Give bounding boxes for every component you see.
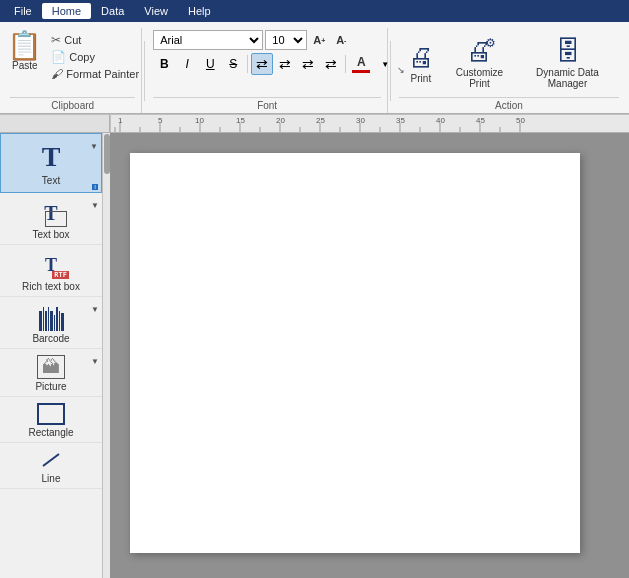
font-grow-button[interactable]: A+ <box>309 30 329 50</box>
textbox-label: Text box <box>32 229 69 240</box>
svg-text:40: 40 <box>436 116 445 125</box>
menu-file[interactable]: File <box>4 3 42 19</box>
font-color-button[interactable]: A <box>349 53 373 75</box>
clipboard-small-buttons: ✂ Cut 📄 Copy 🖌 Format Painter <box>48 30 142 82</box>
page <box>130 153 580 553</box>
font-label: Font <box>153 97 381 113</box>
dynamic-data-button[interactable]: 🗄 Dynamic Data Manager <box>518 34 617 91</box>
ruler-container: 1 5 10 15 20 25 30 <box>0 115 629 133</box>
menu-help[interactable]: Help <box>178 3 221 19</box>
menu-bar: File Home Data View Help <box>0 0 629 22</box>
fmt-divider2 <box>345 55 346 73</box>
picture-arrow: ▼ <box>91 357 99 366</box>
cut-button[interactable]: ✂ Cut <box>48 32 142 48</box>
cut-label: Cut <box>64 34 81 46</box>
bold-button[interactable]: B <box>153 53 175 75</box>
svg-text:35: 35 <box>396 116 405 125</box>
font-color-indicator <box>352 70 370 73</box>
sidebar-item-line[interactable]: Line <box>0 443 102 489</box>
rectangle-icon <box>37 403 65 425</box>
barcode-icon <box>39 303 64 331</box>
customize-print-button[interactable]: 🖨⚙ Customize Print <box>445 34 514 91</box>
text-icon: T <box>42 142 61 173</box>
svg-text:30: 30 <box>356 116 365 125</box>
customize-print-label: Customize Print <box>449 67 510 89</box>
text-arrow: ▼ <box>90 142 98 151</box>
svg-text:20: 20 <box>276 116 285 125</box>
align-center-button[interactable]: ⇄ <box>274 53 296 75</box>
action-label: Action <box>399 97 619 113</box>
svg-text:1: 1 <box>118 116 123 125</box>
horizontal-ruler: 1 5 10 15 20 25 30 <box>110 115 629 132</box>
textbox-arrow: ▼ <box>91 201 99 210</box>
sidebar-item-barcode[interactable]: ▼ Barcode <box>0 297 102 349</box>
richtextbox-label: Rich text box <box>22 281 80 292</box>
line-icon <box>37 449 65 471</box>
justify-button[interactable]: ⇄ <box>320 53 342 75</box>
fmt-divider <box>247 55 248 73</box>
dynamic-data-label: Dynamic Data Manager <box>522 67 613 89</box>
align-right-button[interactable]: ⇄ <box>297 53 319 75</box>
format-painter-icon: 🖌 <box>51 67 63 81</box>
sidebar: T ▼ Text I T ▼ Text box T RT <box>0 133 102 578</box>
paste-label: Paste <box>12 60 38 71</box>
text-cursor-indicator: I <box>92 184 98 190</box>
sidebar-item-richtextbox[interactable]: T RTF Rich text box <box>0 245 102 297</box>
font-color-icon: A <box>357 55 366 69</box>
dynamic-data-icon: 🗄 <box>555 36 581 67</box>
menu-view[interactable]: View <box>134 3 178 19</box>
format-painter-label: Format Painter <box>66 68 139 80</box>
ribbon: 📋 Paste ✂ Cut 📄 Copy 🖌 Format Painter <box>0 22 629 115</box>
canvas-area[interactable] <box>110 133 629 578</box>
picture-label: Picture <box>35 381 66 392</box>
textbox-icon: T <box>35 199 67 227</box>
divider-2 <box>390 41 391 101</box>
sidebar-item-rectangle[interactable]: Rectangle <box>0 397 102 443</box>
customize-print-icon: 🖨⚙ <box>466 36 492 67</box>
sidebar-scrollbar[interactable] <box>102 133 110 578</box>
sidebar-item-picture[interactable]: 🏔 ▼ Picture <box>0 349 102 397</box>
format-painter-button[interactable]: 🖌 Format Painter <box>48 66 142 82</box>
menu-home[interactable]: Home <box>42 3 91 19</box>
clipboard-group: 📋 Paste ✂ Cut 📄 Copy 🖌 Format Painter <box>4 28 142 113</box>
copy-button[interactable]: 📄 Copy <box>48 49 142 65</box>
picture-icon: 🏔 <box>37 355 65 379</box>
svg-text:25: 25 <box>316 116 325 125</box>
divider-1 <box>144 41 145 101</box>
svg-line-35 <box>43 454 59 466</box>
clipboard-label: Clipboard <box>10 97 135 113</box>
font-size-select[interactable]: 8 9 10 11 12 14 <box>265 30 307 50</box>
sidebar-item-text[interactable]: T ▼ Text I <box>0 133 102 193</box>
richtextbox-icon: T RTF <box>33 251 69 279</box>
paste-button[interactable]: 📋 Paste <box>3 30 46 73</box>
align-left-button[interactable]: ⇄ <box>251 53 273 75</box>
print-button[interactable]: 🖨 Print <box>401 40 441 86</box>
rectangle-label: Rectangle <box>28 427 73 438</box>
copy-icon: 📄 <box>51 50 66 64</box>
font-name-row: Arial Times New Roman Courier New 8 9 10… <box>153 30 351 50</box>
sidebar-item-textbox[interactable]: T ▼ Text box <box>0 193 102 245</box>
print-icon: 🖨 <box>408 42 434 73</box>
paste-icon: 📋 <box>7 32 42 60</box>
svg-text:15: 15 <box>236 116 245 125</box>
svg-text:10: 10 <box>195 116 204 125</box>
action-group: 🖨 Print 🖨⚙ Customize Print 🗄 Dynamic Dat… <box>393 28 625 113</box>
svg-text:45: 45 <box>476 116 485 125</box>
sidebar-scroll-thumb[interactable] <box>104 134 110 174</box>
ruler-corner <box>0 115 110 132</box>
underline-button[interactable]: U <box>199 53 221 75</box>
svg-text:5: 5 <box>158 116 163 125</box>
strikethrough-button[interactable]: S <box>222 53 244 75</box>
svg-text:50: 50 <box>516 116 525 125</box>
italic-button[interactable]: I <box>176 53 198 75</box>
text-label: Text <box>42 175 60 186</box>
font-name-select[interactable]: Arial Times New Roman Courier New <box>153 30 263 50</box>
print-label: Print <box>411 73 432 84</box>
formatting-row: B I U S ⇄ ⇄ ⇄ ⇄ A ▼ <box>153 53 405 75</box>
menu-data[interactable]: Data <box>91 3 134 19</box>
cut-icon: ✂ <box>51 33 61 47</box>
barcode-label: Barcode <box>32 333 69 344</box>
copy-label: Copy <box>69 51 95 63</box>
font-shrink-button[interactable]: A- <box>331 30 351 50</box>
font-group: Arial Times New Roman Courier New 8 9 10… <box>147 28 388 113</box>
